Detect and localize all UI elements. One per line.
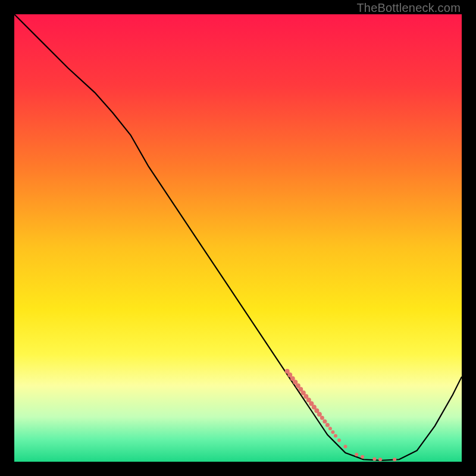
- highlight-point: [361, 455, 364, 459]
- chart-svg: [14, 14, 462, 462]
- highlight-point: [334, 434, 337, 437]
- highlight-point: [393, 458, 396, 461]
- highlight-point: [331, 430, 334, 434]
- chart-frame: TheBottleneck.com: [0, 0, 476, 476]
- highlight-point: [320, 416, 324, 420]
- highlight-point: [322, 419, 327, 424]
- highlight-point: [328, 427, 332, 430]
- highlight-point: [343, 444, 347, 448]
- highlight-point: [372, 457, 376, 461]
- watermark-text: TheBottleneck.com: [356, 1, 461, 15]
- plot-area: [14, 14, 462, 462]
- highlight-point: [378, 458, 382, 461]
- highlight-point: [355, 453, 358, 456]
- highlight-point: [325, 423, 330, 427]
- highlight-point: [317, 412, 322, 416]
- gradient-background: [14, 14, 462, 462]
- highlight-point: [337, 439, 341, 442]
